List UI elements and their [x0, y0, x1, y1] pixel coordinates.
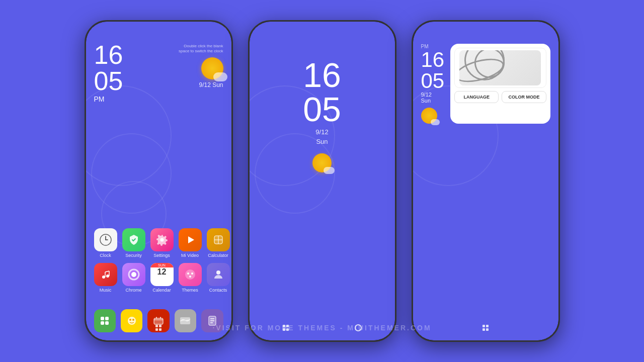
svg-marker-4: [188, 236, 194, 243]
phone-1: ✦ ▐ 16 05: [85, 20, 233, 342]
phone-3-date1: 9/12: [421, 92, 445, 98]
app-security[interactable]: Security: [122, 228, 145, 258]
bottom-nav-3: [413, 315, 558, 340]
nav-grid-icon-3[interactable]: [481, 324, 490, 332]
app-settings[interactable]: Settings: [150, 228, 174, 258]
nav-grid: [155, 325, 162, 331]
app-grid: Clock Security: [94, 228, 223, 298]
themes-svg: [184, 268, 196, 281]
phone-2-time: 16 05: [303, 58, 341, 126]
chrome-app-icon: [122, 263, 145, 286]
calendar-header: SUN: [150, 263, 174, 267]
phone-1-content: 16 05 PM ·Double click the blank space t…: [86, 34, 231, 340]
themes-app-label: Themes: [182, 288, 198, 293]
svg-point-13: [131, 272, 136, 277]
security-svg: [128, 234, 140, 246]
phone-2-date-line2: Sun: [316, 138, 328, 145]
security-app-icon: [122, 228, 145, 251]
contacts-app-label: Contacts: [209, 288, 227, 293]
security-app-label: Security: [125, 253, 142, 258]
calculator-svg: [213, 234, 224, 245]
clock-date: 9/12 Sun: [199, 81, 223, 88]
clock-display: 16 05: [94, 42, 123, 94]
contacts-app-icon: [207, 263, 230, 286]
clock-app-label: Clock: [100, 253, 111, 258]
app-mivideo[interactable]: Mi Video: [179, 228, 202, 258]
phone-3-screen: ✦ ▐ PM 16: [413, 22, 558, 340]
phone-2-weather: [312, 153, 332, 172]
clock-widget-1: 16 05 PM ·Double click the blank space t…: [94, 42, 223, 103]
phone-2-hours: 16: [303, 58, 341, 92]
app-music[interactable]: Music: [94, 263, 117, 293]
clock-app-icon: [94, 228, 117, 251]
mivideo-svg: [184, 234, 196, 246]
app-clock[interactable]: Clock: [94, 228, 117, 258]
music-app-icon: [94, 263, 117, 286]
phone-2-date-line1: 9/12: [315, 128, 328, 136]
chrome-app-label: Chrome: [125, 288, 141, 293]
phone-2-minutes: 05: [303, 92, 341, 126]
music-svg: [100, 268, 112, 281]
svg-point-16: [187, 273, 189, 275]
phone-3-time: 16 05: [421, 49, 445, 92]
phone-2-content: 16 05 9/12 Sun: [250, 34, 395, 340]
themes-app-icon: [179, 263, 202, 286]
calculator-app-label: Calculator: [208, 253, 228, 258]
svg-point-15: [185, 269, 195, 280]
theme-preview-inner: [459, 50, 541, 85]
phone-3-hours: 16: [421, 49, 445, 70]
contacts-svg: [212, 268, 224, 281]
nav-grid-3: [482, 325, 489, 331]
calendar-app-label: Calendar: [152, 288, 171, 293]
app-row-1: Clock Security: [94, 228, 223, 258]
settings-card: LANGUAGE COLOR MODE: [450, 44, 550, 124]
svg-point-9: [106, 275, 109, 278]
phone-3: ✦ ▐ PM 16: [412, 20, 560, 342]
clock-time-block: 16 05 PM: [94, 42, 123, 103]
settings-app-label: Settings: [153, 253, 170, 258]
weather-icon-large: [201, 57, 223, 79]
settings-svg: [156, 234, 168, 246]
nav-grid-icon[interactable]: [154, 324, 163, 332]
hint-text: ·Double click the blank space to switch …: [173, 44, 223, 54]
weather-icon-small: [421, 108, 437, 124]
calendar-app-icon: SUN 12: [150, 263, 174, 286]
svg-point-8: [102, 276, 105, 279]
phone-3-date2: Sun: [421, 98, 445, 104]
app-calculator[interactable]: Calculator: [207, 228, 230, 258]
app-themes[interactable]: Themes: [179, 263, 202, 293]
clock-hours: 16: [94, 42, 123, 68]
clock-ampm: PM: [94, 95, 123, 103]
phone-3-minutes: 05: [421, 70, 445, 92]
watermark-text: ·VISIT FOR MORE THEMES - MIUITHEMER.COM: [212, 324, 431, 332]
mivideo-app-label: Mi Video: [181, 253, 199, 258]
clock-right: ·Double click the blank space to switch …: [173, 44, 223, 88]
calculator-app-icon: [207, 228, 230, 251]
phone-3-content: PM 16 05 9/12 Sun: [413, 34, 558, 340]
phone-2-screen: ✦ ▐ 16 05 9/12: [250, 22, 395, 340]
phone-1-screen: ✦ ▐ 16 05: [86, 22, 231, 340]
svg-point-19: [216, 270, 220, 275]
app-chrome[interactable]: Chrome: [122, 263, 145, 293]
phones-container: ✦ ▐ 16 05: [85, 20, 560, 342]
phone-2-clock: 16 05 9/12 Sun: [258, 58, 387, 172]
music-app-label: Music: [100, 288, 112, 293]
clock-svg: [99, 233, 112, 246]
color-mode-button[interactable]: COLOR MODE: [502, 91, 546, 103]
weather-icon-medium: [312, 153, 332, 172]
theme-preview: [454, 48, 546, 88]
settings-app-icon: [150, 228, 174, 251]
app-row-2: Music Chrome: [94, 263, 223, 293]
calendar-date: 12: [150, 267, 174, 277]
chrome-svg: [127, 268, 140, 281]
app-contacts[interactable]: Contacts: [207, 263, 230, 293]
bottom-nav-1: [86, 315, 231, 340]
svg-point-18: [189, 276, 191, 278]
clock-minutes: 05: [94, 68, 123, 94]
phone-3-top: PM 16 05 9/12 Sun: [421, 44, 550, 124]
svg-line-12: [105, 271, 109, 272]
app-calendar[interactable]: SUN 12 Calendar: [150, 263, 174, 293]
mivideo-app-icon: [179, 228, 202, 251]
settings-buttons: LANGUAGE COLOR MODE: [454, 91, 546, 103]
language-button[interactable]: LANGUAGE: [454, 91, 499, 103]
